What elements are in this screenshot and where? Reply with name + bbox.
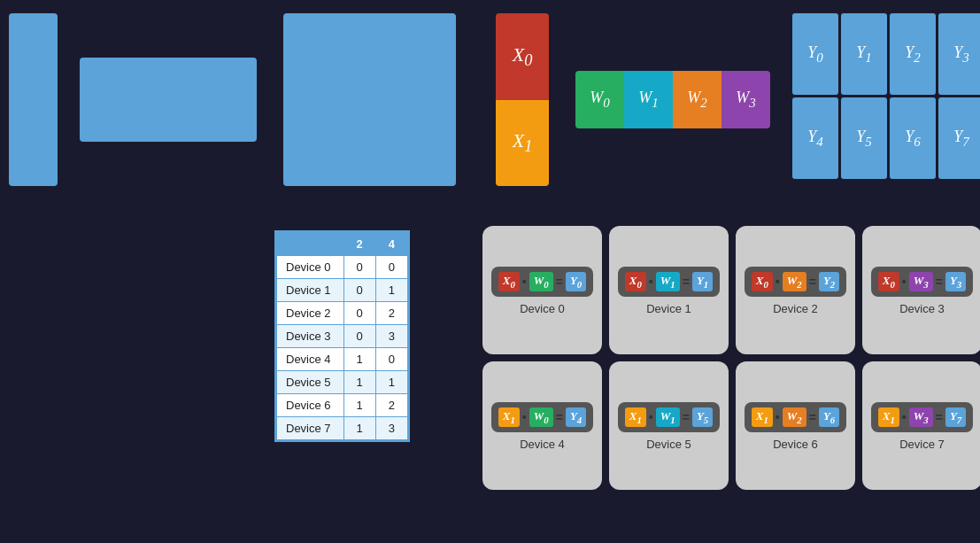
eq-x-5: X1 xyxy=(625,407,646,427)
table-cell-v4: 1 xyxy=(375,279,407,302)
eq-w-1: W1 xyxy=(656,272,680,291)
table-cell-v4: 3 xyxy=(375,325,407,348)
w1-block: W1 xyxy=(624,71,673,128)
w0-block: W0 xyxy=(575,71,624,128)
eq-y-5: Y5 xyxy=(692,407,713,427)
table-cell-v4: 0 xyxy=(375,256,407,279)
device-card-2: X0 • W2 = Y2 Device 2 xyxy=(736,226,855,354)
device-label-6: Device 6 xyxy=(773,438,818,451)
table-row: Device 0 0 0 xyxy=(277,256,408,279)
device-card-4: X1 • W0 = Y4 Device 4 xyxy=(482,361,602,490)
eq-x-7: X1 xyxy=(878,407,899,427)
matrix-y xyxy=(283,13,456,186)
eq-w-4: W0 xyxy=(529,407,553,427)
table-row: Device 2 0 2 xyxy=(277,302,408,325)
y-cell-3: Y3 xyxy=(938,13,980,95)
table-cell-v2: 0 xyxy=(343,302,375,325)
table-cell-v4: 0 xyxy=(375,348,407,371)
table-header-col2: 2 xyxy=(343,233,375,256)
table-cell-v4: 3 xyxy=(375,417,407,440)
table-row: Device 7 1 3 xyxy=(277,417,408,440)
table-cell-v2: 0 xyxy=(343,256,375,279)
table-cell-device: Device 7 xyxy=(277,417,344,440)
table-header-col4: 4 xyxy=(375,233,407,256)
eq-y-2: Y2 xyxy=(819,272,839,291)
device-equation-7: X1 • W3 = Y7 xyxy=(871,402,974,432)
eq-x-1: X0 xyxy=(625,272,646,291)
device-equation-5: X1 • W1 = Y5 xyxy=(618,402,721,432)
device-equation-4: X1 • W0 = Y4 xyxy=(491,402,594,432)
matrix-w xyxy=(80,58,257,142)
eq-x-2: X0 xyxy=(752,272,773,291)
eq-w-5: W1 xyxy=(656,407,680,427)
table-row: Device 1 0 1 xyxy=(277,279,408,302)
table-row: Device 6 1 2 xyxy=(277,394,408,417)
device-table: 2 4 Device 0 0 0Device 1 0 1Device 2 0 2… xyxy=(274,230,410,442)
x-split: X0 X1 xyxy=(496,13,549,186)
device-equation-6: X1 • W2 = Y6 xyxy=(745,402,847,432)
y-grid: Y0Y1Y2Y3Y4Y5Y6Y7 xyxy=(792,13,980,179)
eq-w-2: W2 xyxy=(783,272,806,291)
y-cell-2: Y2 xyxy=(890,13,936,95)
device-equation-1: X0 • W1 = Y1 xyxy=(618,267,721,297)
table-cell-device: Device 2 xyxy=(277,302,344,325)
y-cell-7: Y7 xyxy=(938,97,980,179)
table-cell-v2: 1 xyxy=(343,394,375,417)
devices-grid: X0 • W0 = Y0 Device 0 X0 • W1 = Y1 Devic… xyxy=(482,226,980,490)
w0-label: W0 xyxy=(590,89,610,111)
table-cell-device: Device 4 xyxy=(277,348,344,371)
x1-label: X1 xyxy=(513,129,533,156)
eq-x-0: X0 xyxy=(498,272,520,291)
w3-label: W3 xyxy=(736,89,756,111)
device-equation-3: X0 • W3 = Y3 xyxy=(871,267,974,297)
eq-y-7: Y7 xyxy=(945,407,966,427)
x0-block: X0 xyxy=(496,13,549,100)
eq-w-6: W2 xyxy=(783,407,806,427)
device-label-2: Device 2 xyxy=(773,302,818,315)
eq-y-0: Y0 xyxy=(566,272,586,291)
table-cell-v2: 0 xyxy=(343,325,375,348)
table-row: Device 5 1 1 xyxy=(277,371,408,394)
table-header-device xyxy=(277,233,344,256)
table-cell-v4: 2 xyxy=(375,394,407,417)
table-cell-device: Device 1 xyxy=(277,279,344,302)
eq-x-6: X1 xyxy=(752,407,773,427)
device-label-0: Device 0 xyxy=(520,302,565,315)
w-split: W0 W1 W2 W3 xyxy=(575,71,770,128)
device-equation-2: X0 • W2 = Y2 xyxy=(745,267,847,297)
device-card-5: X1 • W1 = Y5 Device 5 xyxy=(609,361,729,490)
eq-x-3: X0 xyxy=(878,272,899,291)
table-cell-device: Device 0 xyxy=(277,256,344,279)
device-label-4: Device 4 xyxy=(520,438,565,451)
device-card-6: X1 • W2 = Y6 Device 6 xyxy=(736,361,855,490)
device-label-3: Device 3 xyxy=(899,302,945,315)
eq-x-4: X1 xyxy=(498,407,520,427)
table-row: Device 3 0 3 xyxy=(277,325,408,348)
w3-block: W3 xyxy=(721,71,770,128)
device-card-3: X0 • W3 = Y3 Device 3 xyxy=(862,226,980,354)
y-cell-5: Y5 xyxy=(841,97,887,179)
eq-y-3: Y3 xyxy=(945,272,966,291)
x1-block: X1 xyxy=(496,100,549,187)
table-cell-v2: 1 xyxy=(343,348,375,371)
table-cell-v2: 1 xyxy=(343,371,375,394)
y-cell-4: Y4 xyxy=(792,97,838,179)
table-cell-v4: 2 xyxy=(375,302,407,325)
table-row: Device 4 1 0 xyxy=(277,348,408,371)
table-cell-v4: 1 xyxy=(375,371,407,394)
eq-y-4: Y4 xyxy=(566,407,586,427)
x0-label: X0 xyxy=(513,43,533,70)
device-label-5: Device 5 xyxy=(646,438,691,451)
device-card-7: X1 • W3 = Y7 Device 7 xyxy=(862,361,980,490)
eq-w-3: W3 xyxy=(909,272,933,291)
device-card-1: X0 • W1 = Y1 Device 1 xyxy=(609,226,729,354)
table-cell-device: Device 5 xyxy=(277,371,344,394)
y-cell-1: Y1 xyxy=(841,13,887,95)
matrix-x xyxy=(9,13,58,186)
table-cell-v2: 1 xyxy=(343,417,375,440)
w1-label: W1 xyxy=(638,89,659,111)
w2-label: W2 xyxy=(687,89,707,111)
device-card-0: X0 • W0 = Y0 Device 0 xyxy=(482,226,602,354)
device-label-1: Device 1 xyxy=(646,302,691,315)
table-cell-device: Device 3 xyxy=(277,325,344,348)
